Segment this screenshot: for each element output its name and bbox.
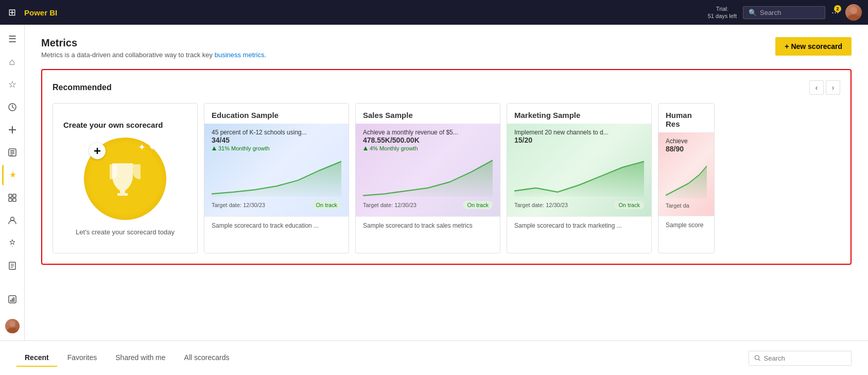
user-avatar[interactable] <box>845 4 862 21</box>
sidebar: ☰ ⌂ ☆ <box>0 25 25 340</box>
svg-rect-7 <box>10 152 14 154</box>
search-icon: 🔍 <box>749 9 757 16</box>
chart-area <box>514 144 644 199</box>
sales-sample-card[interactable]: Sales Sample Achieve a monthly revenue o… <box>355 103 500 253</box>
sidebar-user-avatar[interactable] <box>2 316 23 336</box>
top-navigation: ⊞ Power BI Trial: 51 days left 🔍 Search … <box>0 0 868 25</box>
svg-point-28 <box>755 355 759 360</box>
sample-card-description: Sample scorecard to track marketing ... <box>507 216 651 236</box>
bottom-section: Recent Favorites Shared with me All scor… <box>0 340 868 375</box>
on-track-badge: On track <box>311 201 341 209</box>
sidebar-item-favorites[interactable]: ☆ <box>2 74 23 95</box>
metric-text: Achieve a monthly revenue of $5... <box>363 129 493 136</box>
recommended-header: Recommended ‹ › <box>53 80 840 95</box>
target-date: Target date: 12/30/23 <box>212 202 265 208</box>
create-card-description: Let's create your scorecard today <box>76 228 175 236</box>
page-header: Metrics Metrics is a data-driven and col… <box>41 37 852 59</box>
chart-area <box>363 151 493 199</box>
sample-card-header: Marketing Sample <box>507 104 651 124</box>
sample-card-header: Sales Sample <box>356 104 500 124</box>
bottom-search-input[interactable] <box>764 354 846 362</box>
page-subtitle: Metrics is a data-driven and collaborati… <box>41 51 266 59</box>
sidebar-item-learn[interactable] <box>2 255 23 276</box>
svg-rect-6 <box>10 150 14 151</box>
metric-value: 15/20 <box>514 136 644 144</box>
card-visual: Achieve 88/90 <box>658 132 714 216</box>
carousel-prev-button[interactable]: ‹ <box>809 80 824 95</box>
sample-card-description: Sample scorecard to track education ... <box>204 216 349 236</box>
content-area: Metrics Metrics is a data-driven and col… <box>25 25 868 340</box>
new-scorecard-button[interactable]: + New scorecard <box>775 37 852 56</box>
sidebar-item-menu[interactable]: ☰ <box>2 29 23 49</box>
page-title: Metrics <box>41 37 266 49</box>
sidebar-item-apps[interactable] <box>2 233 23 253</box>
chart-area <box>212 151 341 199</box>
plus-badge <box>89 143 106 159</box>
svg-rect-11 <box>9 198 12 201</box>
hr-sample-card-partial[interactable]: Human Res Achieve 88/90 <box>658 103 715 253</box>
svg-rect-20 <box>12 298 13 302</box>
svg-rect-8 <box>10 155 13 156</box>
education-sample-card[interactable]: Education Sample 45 percent of K-12 scho… <box>204 103 349 253</box>
svg-rect-21 <box>13 297 14 302</box>
search-icon <box>754 354 761 362</box>
target-date: Target da <box>666 202 689 209</box>
sample-card-description: Sample scorecard to track sales metrics <box>356 216 500 236</box>
svg-rect-10 <box>13 194 16 197</box>
target-date: Target date: 12/30/23 <box>514 202 568 208</box>
carousel-next-button[interactable]: › <box>826 80 840 95</box>
metric-text: Achieve <box>666 138 707 145</box>
sparkles-icon: ✦ ✦ <box>138 142 156 153</box>
card-visual: Achieve a monthly revenue of $5... 478.5… <box>356 124 500 216</box>
target-date: Target date: 12/30/23 <box>363 202 416 208</box>
bottom-search-box[interactable] <box>749 351 852 366</box>
card-visual: 45 percent of K-12 schools using... 34/4… <box>204 124 349 216</box>
card-footer: Target date: 12/30/23 On track <box>212 199 341 211</box>
sidebar-item-datasets[interactable] <box>2 142 23 163</box>
card-footer: Target da <box>666 200 707 211</box>
card-visual: Implement 20 new channels to d... 15/20 <box>507 124 651 216</box>
sample-card-header: Education Sample <box>204 104 349 124</box>
trophy-circle: ✦ ✦ <box>84 138 166 220</box>
top-search-box[interactable]: 🔍 Search <box>743 6 825 19</box>
notification-badge: 2 <box>834 5 841 12</box>
sample-card-header: Human Res <box>658 104 714 132</box>
sidebar-item-create[interactable] <box>2 120 23 140</box>
grid-icon[interactable]: ⊞ <box>6 5 18 20</box>
tabs-list: Recent Favorites Shared with me All scor… <box>16 349 239 367</box>
tab-shared[interactable]: Shared with me <box>107 349 173 367</box>
sidebar-item-reports[interactable] <box>2 289 23 310</box>
svg-rect-9 <box>9 194 12 197</box>
svg-point-23 <box>7 328 18 333</box>
sidebar-item-workspaces[interactable] <box>2 187 23 208</box>
sidebar-item-scorecards[interactable] <box>2 165 23 185</box>
svg-point-22 <box>9 321 15 327</box>
create-card-title: Create your own scorecard <box>63 121 163 129</box>
card-footer: Target date: 12/30/23 On track <box>514 199 644 211</box>
metric-value: 478.55K/500.00K <box>363 136 493 144</box>
tab-favorites[interactable]: Favorites <box>59 349 106 367</box>
sample-card-name: Education Sample <box>212 111 341 120</box>
sidebar-item-people[interactable] <box>2 210 23 231</box>
marketing-sample-card[interactable]: Marketing Sample Implement 20 new channe… <box>507 103 652 253</box>
sample-card-name: Sales Sample <box>363 111 493 120</box>
carousel-navigation: ‹ › <box>809 80 840 95</box>
tabs-row: Recent Favorites Shared with me All scor… <box>16 349 852 367</box>
main-layout: ☰ ⌂ ☆ <box>0 25 868 340</box>
subtitle-link[interactable]: business metrics <box>215 51 265 59</box>
page-header-text: Metrics Metrics is a data-driven and col… <box>41 37 266 59</box>
sample-card-name: Marketing Sample <box>514 111 644 120</box>
metric-growth: 31% Monthly growth <box>212 145 341 151</box>
chart-area <box>666 153 707 200</box>
more-options-button[interactable]: ··· 2 <box>831 7 839 18</box>
on-track-badge: On track <box>614 201 644 209</box>
create-scorecard-card[interactable]: Create your own scorecard ✦ ✦ <box>53 103 198 253</box>
sidebar-item-recent[interactable] <box>2 97 23 117</box>
metric-growth: 4% Monthly growth <box>363 145 493 151</box>
tab-recent[interactable]: Recent <box>16 349 57 367</box>
tab-all[interactable]: All scorecards <box>176 349 238 367</box>
create-card-content: Create your own scorecard ✦ ✦ <box>53 104 197 253</box>
svg-rect-19 <box>10 300 11 302</box>
trial-info: Trial: 51 days left <box>708 5 737 20</box>
sidebar-item-home[interactable]: ⌂ <box>2 52 23 72</box>
